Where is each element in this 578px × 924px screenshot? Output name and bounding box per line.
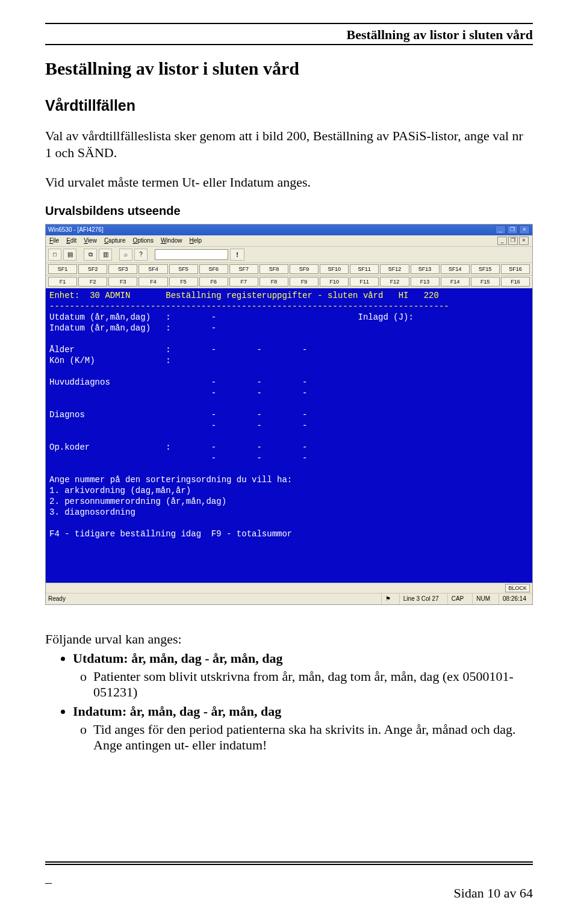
child-close-icon[interactable]: × (519, 237, 529, 245)
status-ready: Ready (48, 595, 66, 602)
f-key[interactable]: F8 (259, 277, 288, 287)
f-key[interactable]: F2 (78, 277, 107, 287)
bullet-indatum: Indatum: år, mån, dag - år, mån, dag Tid… (73, 704, 533, 753)
footer-dash: _ (45, 870, 533, 885)
close-icon[interactable]: × (519, 225, 530, 234)
term-line: Enhet: 30 ADMIN Beställning registeruppg… (49, 291, 439, 300)
child-window-buttons: _ ❐ × (497, 237, 529, 245)
section-heading: Vårdtillfällen (45, 97, 533, 114)
sf-key[interactable]: SF10 (320, 264, 349, 274)
sf-key[interactable]: SF4 (138, 264, 167, 274)
menubar: File Edit View Capture Options Window He… (46, 235, 532, 247)
window-buttons: _ ❐ × (495, 225, 530, 234)
f-key[interactable]: F6 (199, 277, 228, 287)
embedded-window: Win6530 - [AFI4276] _ ❐ × File Edit View… (45, 224, 533, 605)
status-flag-icon: ⚑ (381, 594, 394, 604)
f-key[interactable]: F15 (471, 277, 500, 287)
bullet-indatum-sub: Tid anges för den period patienterna ska… (93, 722, 533, 753)
tb-help-icon[interactable]: ? (134, 249, 148, 261)
f-key[interactable]: F16 (501, 277, 530, 287)
bullet-indatum-label: Indatum: år, mån, dag - år, mån, dag (73, 704, 281, 719)
window-title: Win6530 - [AFI4276] (48, 226, 104, 233)
minimize-icon[interactable]: _ (495, 225, 506, 234)
menu-window[interactable]: Window (161, 237, 182, 244)
term-line: 2. personnummerordning (år,mån,dag) (49, 497, 226, 506)
f-key[interactable]: F11 (350, 277, 379, 287)
bullet-utdatum-sub: Patienter som blivit utskrivna from år, … (93, 669, 533, 700)
f-key[interactable]: F1 (48, 277, 77, 287)
header-rule-top (45, 23, 533, 24)
term-line: Ålder : - - - (49, 345, 307, 355)
term-line: 3. diagnosordning (49, 507, 135, 517)
block-indicator: BLOCK (505, 584, 530, 592)
status-cap: CAP (447, 594, 468, 604)
after-intro: Följande urval kan anges: (45, 631, 533, 647)
menu-help[interactable]: Help (190, 237, 202, 244)
f-key[interactable]: F4 (138, 277, 167, 287)
term-line: 1. arkivordning (dag,mån,år) (49, 486, 191, 495)
term-line: Op.koder : - - - (49, 442, 307, 452)
sf-key[interactable]: SF6 (199, 264, 228, 274)
maximize-icon[interactable]: ❐ (507, 225, 518, 234)
toolbar: □ ▤ ⧉ ▥ ⌕ ? ! (46, 247, 532, 263)
sf-key[interactable]: SF13 (411, 264, 440, 274)
sf-key[interactable]: SF14 (441, 264, 470, 274)
menu-edit[interactable]: Edit (66, 237, 76, 244)
tb-paste-icon[interactable]: ▥ (99, 249, 112, 261)
status-line-col: Line 3 Col 27 (399, 594, 443, 604)
bullet-utdatum: Utdatum: år, mån, dag - år, mån, dag Pat… (73, 651, 533, 700)
bullet-utdatum-label: Utdatum: år, mån, dag - år, mån, dag (73, 651, 283, 666)
subsection-heading: Urvalsbildens utseende (45, 204, 533, 218)
f-key[interactable]: F3 (108, 277, 137, 287)
sf-key[interactable]: SF9 (290, 264, 319, 274)
tb-copy-icon[interactable]: ⧉ (84, 249, 97, 261)
menu-capture[interactable]: Capture (104, 237, 126, 244)
sf-key-row: SF1 SF2 SF3 SF4 SF5 SF6 SF7 SF8 SF9 SF10… (46, 263, 532, 276)
sf-key[interactable]: SF12 (380, 264, 409, 274)
tb-run-icon[interactable]: ! (230, 249, 244, 261)
tb-open-icon[interactable]: ▤ (63, 249, 76, 261)
sf-key[interactable]: SF3 (108, 264, 137, 274)
bullet-list: Utdatum: år, mån, dag - år, mån, dag Pat… (45, 651, 533, 753)
f-key-row: F1 F2 F3 F4 F5 F6 F7 F8 F9 F10 F11 F12 F… (46, 276, 532, 288)
f-key[interactable]: F12 (380, 277, 409, 287)
sf-key[interactable]: SF5 (169, 264, 198, 274)
term-line: F4 - tidigare beställning idag F9 - tota… (49, 529, 292, 539)
paragraph-1: Val av vårdtillfälleslista sker genom at… (45, 128, 533, 161)
sf-key[interactable]: SF11 (350, 264, 379, 274)
tb-command-field[interactable] (155, 249, 228, 260)
sf-key[interactable]: SF16 (501, 264, 530, 274)
f-key[interactable]: F14 (441, 277, 470, 287)
term-line: Indatum (år,mån,dag) : - (49, 323, 216, 333)
tb-find-icon[interactable]: ⌕ (119, 249, 132, 261)
f-key[interactable]: F5 (169, 277, 198, 287)
menu-view[interactable]: View (84, 237, 97, 244)
page-header-title: Beställning av listor i sluten vård (45, 27, 533, 43)
statusbar: Ready ⚑ Line 3 Col 27 CAP NUM 08:26:14 (46, 593, 532, 604)
status-num: NUM (472, 594, 494, 604)
f-key[interactable]: F9 (290, 277, 319, 287)
menu-options[interactable]: Options (132, 237, 153, 244)
child-minimize-icon[interactable]: _ (497, 237, 507, 245)
term-line: Ange nummer på den sorteringsordning du … (49, 475, 292, 485)
menu-file[interactable]: File (49, 237, 59, 244)
term-line: Kön (K/M) : (49, 356, 171, 365)
term-line: - - - (49, 453, 307, 463)
status-time: 08:26:14 (499, 594, 530, 604)
header-rule-bottom (45, 44, 533, 45)
sf-key[interactable]: SF15 (471, 264, 500, 274)
page-footer: _ Sidan 10 av 64 (45, 861, 533, 901)
term-line: Utdatum (år,mån,dag) : - Inlagd (J): (49, 312, 414, 322)
paragraph-2: Vid urvalet måste termen Ut- eller Indat… (45, 174, 533, 191)
sf-key[interactable]: SF8 (259, 264, 288, 274)
child-restore-icon[interactable]: ❐ (508, 237, 518, 245)
tb-new-icon[interactable]: □ (48, 249, 61, 261)
f-key[interactable]: F10 (320, 277, 349, 287)
sf-key[interactable]: SF2 (78, 264, 107, 274)
f-key[interactable]: F13 (411, 277, 440, 287)
footer-rule-2 (45, 864, 533, 865)
terminal-scrollbar-area: BLOCK (46, 583, 532, 593)
f-key[interactable]: F7 (229, 277, 258, 287)
sf-key[interactable]: SF1 (48, 264, 77, 274)
sf-key[interactable]: SF7 (229, 264, 258, 274)
